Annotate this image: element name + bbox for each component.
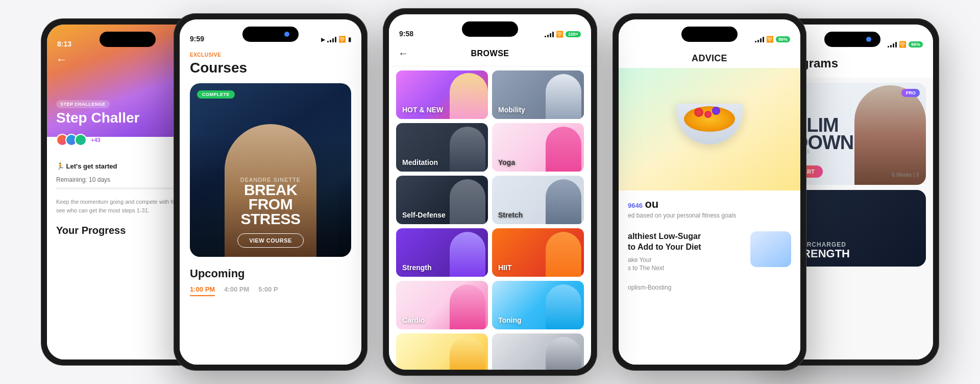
phone4-inner: 🛜 86% ADVICE — [619, 19, 800, 365]
advice-header: ADVICE — [619, 46, 800, 68]
phone1-challenge-title: Step Challer — [56, 110, 139, 126]
browse-item-meditation[interactable]: Meditation — [396, 123, 488, 172]
browse-item-label-pilates: Pilates — [402, 369, 425, 370]
browse-item-label-yoga: Yoga — [498, 158, 515, 166]
dynamic-island-4 — [681, 27, 738, 42]
wifi-icon-4: 🛜 — [766, 36, 774, 43]
upcoming-times: 1:00 PM 4:00 PM 5:00 P — [190, 285, 351, 296]
phone2-inner: 9:59 ▶ 🛜 ▮ EXCLUSIVE Courses — [180, 19, 361, 365]
browse-item-label-toning: Toning — [498, 316, 522, 324]
bowl-berry2 — [704, 111, 712, 118]
browse-item-hot-new[interactable]: HOT & NEW — [396, 70, 488, 119]
selfdefense-figure — [450, 179, 485, 224]
browse-item-label-stretch: Stretch — [498, 211, 523, 219]
mobility-figure — [546, 74, 581, 119]
article-desc: ake Yours to The Next — [628, 256, 744, 273]
browse-item-cardio[interactable]: Cardio — [396, 281, 488, 329]
article-thumb-img — [750, 231, 791, 267]
phone-advice: 🛜 86% ADVICE — [612, 13, 806, 371]
kickboxing-figure — [546, 337, 581, 370]
course-name: BREAK FROM STRESS — [190, 183, 351, 227]
phone-browse: 9:58 🛜 100+ ← BROWSE — [383, 8, 597, 376]
dynamic-island-3 — [462, 21, 518, 37]
browse-grid: HOT & NEW Mobility Meditation — [389, 66, 591, 370]
slim-person-container — [854, 85, 926, 185]
article-thumbnail — [750, 231, 791, 267]
browse-item-selfdefense[interactable]: Self-Defense — [396, 176, 488, 224]
meditation-figure — [450, 127, 485, 172]
browse-item-label-meditation: Meditation — [402, 158, 438, 166]
phones-container: 8:13 ▶ ▮ ← STEP CH — [0, 0, 980, 384]
phone1-back-icon[interactable]: ← — [56, 53, 67, 66]
slim-person-figure — [854, 85, 926, 185]
view-course-button[interactable]: VIEW COURSE — [237, 233, 304, 248]
bowl-berry1 — [694, 108, 703, 117]
browse-item-label-selfdefense: Self-Defense — [402, 211, 446, 219]
bowl-berry3 — [712, 107, 720, 115]
courses-title: Courses — [190, 60, 351, 76]
wifi-icon-3: 🛜 — [556, 31, 564, 38]
browse-back-button[interactable]: ← — [398, 47, 408, 59]
course-text-overlay: DEANDRE SINETTE BREAK FROM STRESS — [190, 177, 351, 227]
wifi-icon-5: 🛜 — [899, 41, 906, 48]
remaining-label: Remaining: 10 days — [56, 176, 110, 183]
advice-you-label: ou — [645, 198, 658, 210]
stretch-figure — [546, 179, 581, 224]
bowl-shape — [676, 104, 743, 145]
browse-item-yoga[interactable]: Yoga — [492, 123, 584, 172]
upcoming-title: Upcoming — [190, 267, 351, 280]
browse-item-mobility[interactable]: Mobility — [492, 70, 584, 119]
phone-courses: 9:59 ▶ 🛜 ▮ EXCLUSIVE Courses — [174, 13, 368, 371]
status-time-3: 9:58 — [399, 30, 413, 38]
battery-badge-5: 96% — [909, 41, 923, 47]
article-title: althiest Low-Sugarto Add to Your Diet — [628, 231, 744, 253]
advice-hero-image — [619, 68, 800, 190]
browse-item-label-hiit: HIIT — [498, 263, 511, 272]
upcoming-section: Upcoming 1:00 PM 4:00 PM 5:00 P — [190, 267, 351, 296]
browse-title: BROWSE — [408, 49, 572, 58]
step-challenge-badge: STEP CHALLENGE — [56, 100, 110, 108]
exclusive-label: EXCLUSIVE — [190, 52, 351, 58]
bowl-oats — [684, 106, 735, 132]
browse-item-toning[interactable]: Toning — [492, 281, 584, 329]
article-text: althiest Low-Sugarto Add to Your Diet ak… — [628, 231, 744, 273]
browse-item-label-cardio: Cardio — [402, 316, 425, 324]
status-icons-3: 🛜 100+ — [545, 31, 581, 38]
cardio-figure — [450, 284, 485, 329]
dynamic-island-2 — [242, 27, 299, 42]
battery-badge-4: 86% — [776, 36, 790, 42]
status-time-1: 8:13 — [57, 40, 71, 48]
strength-figure — [450, 232, 485, 277]
toning-figure — [546, 284, 581, 329]
program-weeks: 6 Weeks | 3 — [892, 172, 919, 178]
advice-article[interactable]: althiest Low-Sugarto Add to Your Diet ak… — [619, 224, 800, 280]
time-1pm[interactable]: 1:00 PM — [190, 285, 215, 296]
browse-item-label-hot: HOT & NEW — [402, 106, 443, 114]
location-icon-2: ▶ — [321, 37, 325, 42]
phone4-content: ADVICE 9646 — [619, 46, 800, 365]
food-bowl — [676, 104, 743, 155]
phone3-inner: 9:58 🛜 100+ ← BROWSE — [389, 14, 591, 370]
hot-figure — [450, 73, 488, 119]
pilates-figure — [450, 337, 485, 370]
dynamic-island-5 — [824, 32, 880, 47]
time-5pm[interactable]: 5:00 P — [258, 285, 278, 296]
browse-item-hiit[interactable]: HIIT — [492, 228, 584, 277]
course-card: COMPLETE DEANDRE SINETTE BREAK FROM STRE… — [190, 83, 351, 257]
browse-header: ← BROWSE — [389, 41, 591, 66]
status-icons-4: 🛜 86% — [755, 36, 790, 43]
time-4pm[interactable]: 4:00 PM — [224, 285, 249, 296]
browse-item-kickboxing[interactable]: Kickboxing — [492, 333, 584, 370]
browse-item-stretch[interactable]: Stretch — [492, 176, 584, 224]
browse-item-label-mobility: Mobility — [498, 106, 525, 114]
avatar-group: +43 — [56, 134, 101, 146]
complete-badge: COMPLETE — [197, 90, 235, 99]
signal-bars-5 — [888, 41, 897, 47]
signal-bars-3 — [545, 31, 554, 37]
avatar-3 — [75, 134, 87, 146]
hiit-figure — [546, 232, 581, 277]
advice-you-section: 9646 ou ed based on your personal fitnes… — [619, 190, 800, 219]
status-icons-2: ▶ 🛜 ▮ — [321, 36, 351, 43]
browse-item-strength[interactable]: Strength — [396, 228, 488, 277]
browse-item-pilates[interactable]: Pilates — [396, 333, 488, 370]
